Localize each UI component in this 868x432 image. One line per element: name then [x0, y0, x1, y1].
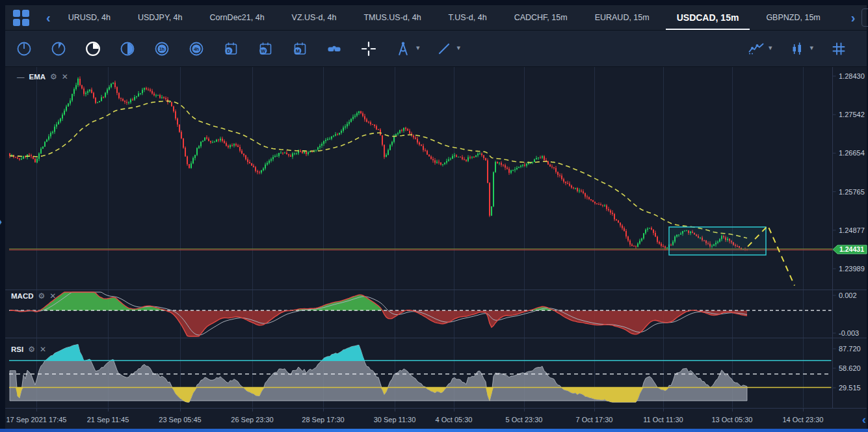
add-chart-button[interactable]: + Add Chart	[861, 8, 868, 27]
svg-text:W: W	[261, 47, 266, 53]
crosshair-icon[interactable]	[360, 40, 377, 57]
panel-expand-icon[interactable]: ›	[0, 213, 2, 230]
ema-line-swatch: —	[17, 73, 25, 81]
tab-gbpnzd-15m[interactable]: GBPNZD, 15m	[752, 5, 834, 30]
svg-text:1h: 1h	[159, 46, 164, 51]
indicators-caret-icon[interactable]: ▾	[769, 44, 772, 52]
rsi-legend: RSI ⚙ ✕	[11, 345, 46, 354]
toolbar-right-group: ▾ ▾	[748, 40, 856, 57]
drawing-tools-caret-icon[interactable]: ▾	[416, 44, 420, 52]
macd-settings-icon[interactable]: ⚙	[38, 291, 46, 301]
timeframe-1m-icon[interactable]	[16, 40, 33, 57]
layout-grid-icon[interactable]	[13, 9, 29, 26]
rsi-close-icon[interactable]: ✕	[40, 345, 46, 354]
drawing-tools-compass-icon[interactable]	[395, 40, 412, 57]
link-charts-icon[interactable]	[326, 40, 343, 57]
timeframe-daily-icon[interactable]: D	[222, 40, 239, 57]
tab-corndec21-4h[interactable]: CornDec21, 4h	[196, 5, 278, 30]
ema-legend: — EMA ⚙ ✕	[17, 72, 68, 81]
app-window	[5, 5, 867, 429]
timeframe-30m-icon[interactable]	[119, 40, 136, 57]
scroll-history-icon[interactable]: ‹	[862, 412, 866, 427]
timeframe-1h-icon[interactable]: 1h	[153, 40, 170, 57]
timeframe-15m-icon-active[interactable]	[85, 40, 101, 57]
bottom-accent-bar	[0, 429, 868, 432]
macd-legend: MACD ⚙ ✕	[11, 291, 56, 301]
macd-legend-label: MACD	[11, 292, 34, 300]
macd-close-icon[interactable]: ✕	[49, 291, 56, 301]
svg-text:M: M	[296, 47, 300, 53]
svg-text:D: D	[227, 47, 231, 53]
toolbar: 1h 4h D W M	[5, 31, 867, 67]
ema-close-icon[interactable]: ✕	[62, 72, 68, 81]
chart-tab-bar: ‹ URUSD, 4hUSDJPY, 4hCornDec21, 4hVZ.US-…	[5, 5, 867, 31]
tab-usdcad-15m[interactable]: USDCAD, 15m	[663, 5, 753, 30]
tabs-scroll-left-icon[interactable]: ‹	[42, 11, 55, 24]
trendline-tool-icon[interactable]	[436, 40, 453, 57]
ema-settings-icon[interactable]: ⚙	[50, 72, 57, 81]
tab-urusd-4h[interactable]: URUSD, 4h	[55, 5, 124, 30]
grid-settings-icon[interactable]	[830, 40, 847, 57]
ema-legend-label: EMA	[29, 73, 46, 81]
trendline-caret-icon[interactable]: ▾	[457, 44, 461, 52]
timeframe-5m-icon[interactable]	[50, 40, 67, 57]
rsi-settings-icon[interactable]: ⚙	[28, 345, 35, 354]
tab-usdjpy-4h[interactable]: USDJPY, 4h	[124, 5, 196, 30]
chart-type-caret-icon[interactable]: ▾	[809, 44, 813, 52]
tab-tmus-us-d-4h[interactable]: TMUS.US-d, 4h	[350, 5, 434, 30]
tab-cadchf-15m[interactable]: CADCHF, 15m	[501, 5, 581, 30]
tab-vz-us-d-4h[interactable]: VZ.US-d, 4h	[278, 5, 350, 30]
timeframe-monthly-icon[interactable]: M	[291, 40, 308, 57]
tabs-scroll-right-icon[interactable]: ›	[847, 11, 860, 24]
timeframe-4h-icon[interactable]: 4h	[188, 40, 205, 57]
chart-type-candles-icon[interactable]	[789, 40, 806, 57]
tab-list: URUSD, 4hUSDJPY, 4hCornDec21, 4hVZ.US-d,…	[55, 5, 834, 30]
timeframe-weekly-icon[interactable]: W	[257, 40, 274, 57]
svg-text:4h: 4h	[194, 46, 199, 51]
indicators-icon[interactable]	[748, 40, 765, 57]
tab-euraud-15m[interactable]: EURAUD, 15m	[581, 5, 663, 30]
tab-t-us-d-4h[interactable]: T.US-d, 4h	[435, 5, 501, 30]
rsi-legend-label: RSI	[11, 345, 23, 353]
